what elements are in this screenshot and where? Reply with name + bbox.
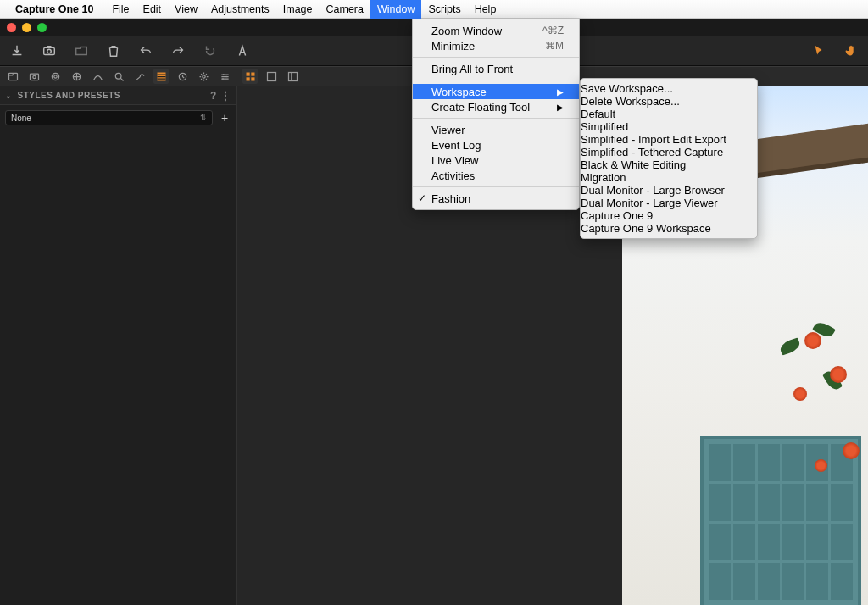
single-icon[interactable] (264, 69, 279, 84)
menu-item-minimize[interactable]: Minimize⌘M (413, 38, 579, 53)
chevron-down-icon: ⌄ (5, 92, 13, 100)
svg-point-11 (202, 75, 204, 77)
close-window-icon[interactable] (7, 23, 16, 32)
menu-view[interactable]: View (168, 0, 204, 19)
menu-item-simplified[interactable]: Simplified (581, 120, 757, 133)
undo-icon[interactable] (137, 42, 154, 59)
redo-icon[interactable] (170, 42, 186, 59)
svg-point-12 (223, 74, 225, 75)
reset-icon[interactable] (202, 42, 219, 59)
window-menu: Zoom Window^⌘ZMinimize⌘MBring All to Fro… (412, 19, 580, 210)
svg-rect-20 (288, 72, 297, 80)
add-preset-button[interactable]: + (218, 111, 231, 125)
menu-item-live-view[interactable]: Live View (413, 153, 579, 168)
hand-icon[interactable] (843, 42, 860, 59)
menu-item-activities[interactable]: Activities (413, 168, 579, 183)
menu-scripts[interactable]: Scripts (421, 0, 467, 19)
menu-item-migration[interactable]: Migration (581, 171, 757, 184)
svg-point-13 (225, 75, 227, 77)
svg-point-8 (115, 73, 121, 79)
cursor-icon[interactable] (810, 42, 827, 59)
lens-icon[interactable] (47, 69, 63, 84)
menu-item-viewer[interactable]: Viewer (413, 122, 579, 137)
svg-rect-18 (251, 77, 254, 80)
menu-item-default[interactable]: Default (581, 108, 757, 120)
menu-item-delete-workspace[interactable]: Delete Workspace... (581, 95, 757, 108)
menu-edit[interactable]: Edit (136, 0, 169, 19)
menu-item-label: Save Workspace... (581, 82, 673, 95)
gear-icon[interactable] (196, 69, 211, 84)
menu-item-fashion[interactable]: ✓Fashion (413, 191, 579, 206)
menu-help[interactable]: Help (468, 0, 504, 19)
menu-separator (413, 80, 579, 80)
library-icon[interactable] (5, 69, 20, 84)
fullscreen-window-icon[interactable] (37, 23, 47, 32)
menu-adjustments[interactable]: Adjustments (204, 0, 276, 19)
menu-item-label: Live View (431, 154, 478, 167)
preset-select[interactable]: None ⇅ (5, 110, 213, 125)
menu-item-label: Dual Monitor - Large Viewer (581, 197, 718, 209)
import-icon[interactable] (8, 42, 25, 59)
svg-point-1 (47, 49, 52, 53)
menu-item-create-floating-tool[interactable]: Create Floating Tool▶ (413, 99, 579, 114)
menu-image[interactable]: Image (276, 0, 320, 19)
styles-icon[interactable] (153, 69, 169, 84)
menu-item-save-workspace[interactable]: Save Workspace... (581, 82, 757, 95)
svg-rect-3 (30, 74, 38, 80)
panel-icon[interactable] (285, 69, 300, 84)
menu-item-capture-one-9-workspace[interactable]: Capture One 9 Workspace (581, 222, 757, 235)
spot-icon[interactable] (132, 69, 147, 84)
menu-item-event-log[interactable]: Event Log (413, 137, 579, 153)
menu-item-label: Migration (581, 171, 626, 184)
menu-item-label: Dual Monitor - Large Browser (581, 184, 725, 197)
menu-item-capture-one-9[interactable]: Capture One 9 (581, 209, 757, 222)
menu-item-label: Bring All to Front (431, 63, 513, 75)
menu-shortcut: ⌘M (545, 40, 564, 52)
menu-window[interactable]: Window (370, 0, 421, 19)
text-tool-icon[interactable] (234, 42, 251, 59)
menu-item-label: Minimize (431, 40, 475, 53)
menu-item-black-white-editing[interactable]: Black & White Editing (581, 158, 757, 171)
updown-icon: ⇅ (200, 114, 207, 122)
workspace-submenu: Save Workspace...Delete Workspace...Defa… (580, 78, 758, 239)
menu-separator (413, 118, 579, 119)
menu-item-dual-monitor-large-browser[interactable]: Dual Monitor - Large Browser (581, 184, 757, 197)
menu-separator (413, 186, 579, 187)
menu-item-label: Simplified - Tethered Capture (581, 146, 723, 158)
menu-item-bring-all-to-front[interactable]: Bring All to Front (413, 61, 579, 76)
preset-select-value: None (11, 114, 31, 123)
menu-item-simplified-import-edit-export[interactable]: Simplified - Import Edit Export (581, 133, 757, 146)
capture-icon[interactable] (26, 69, 42, 84)
panel-actions-icon[interactable]: ⋮ (220, 90, 231, 102)
menu-item-label: Viewer (431, 124, 465, 136)
grid-icon[interactable] (242, 69, 258, 84)
app-name[interactable]: Capture One 10 (15, 3, 93, 15)
search-icon[interactable] (111, 69, 126, 84)
menu-item-label: Default (581, 108, 615, 120)
menu-camera[interactable]: Camera (320, 0, 370, 19)
svg-point-5 (52, 73, 58, 80)
menu-item-label: Capture One 9 Workspace (581, 222, 711, 235)
adjust-icon[interactable] (217, 69, 232, 84)
trash-icon[interactable] (105, 42, 122, 59)
svg-rect-16 (251, 72, 254, 75)
svg-rect-15 (246, 72, 249, 75)
camera-icon[interactable] (41, 42, 58, 59)
color-icon[interactable] (69, 69, 84, 84)
menu-item-label: Activities (431, 169, 475, 182)
menu-item-label: Black & White Editing (581, 158, 686, 171)
metadata-icon[interactable] (175, 69, 190, 84)
styles-presets-header[interactable]: ⌄ STYLES AND PRESETS ? ⋮ (0, 86, 236, 105)
minimize-window-icon[interactable] (22, 23, 31, 32)
svg-point-4 (32, 75, 35, 78)
exposure-icon[interactable] (90, 69, 105, 84)
menu-item-simplified-tethered-capture[interactable]: Simplified - Tethered Capture (581, 146, 757, 158)
help-icon[interactable]: ? (208, 90, 220, 102)
menu-item-label: Zoom Window (431, 25, 502, 37)
menu-file[interactable]: File (105, 0, 136, 19)
menu-item-dual-monitor-large-viewer[interactable]: Dual Monitor - Large Viewer (581, 197, 757, 209)
menu-item-workspace[interactable]: Workspace▶ (413, 84, 579, 99)
folder-open-icon[interactable] (73, 42, 90, 59)
menu-item-zoom-window[interactable]: Zoom Window^⌘Z (413, 23, 579, 38)
menu-item-label: Fashion (431, 192, 470, 205)
